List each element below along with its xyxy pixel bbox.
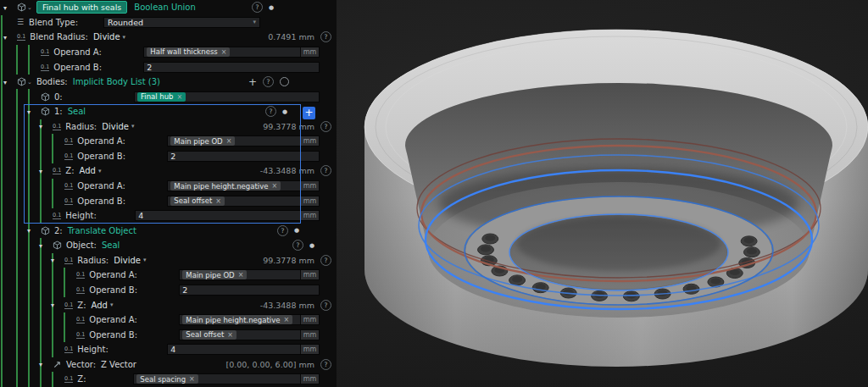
- variable-field[interactable]: Final hub×: [134, 91, 320, 102]
- variable-chip[interactable]: Seal spacing×: [136, 374, 198, 384]
- chip-remove-icon[interactable]: ×: [227, 331, 233, 339]
- collapse-triangle[interactable]: ▾: [47, 301, 58, 309]
- help-icon[interactable]: ?: [320, 121, 331, 132]
- variable-chip[interactable]: Seal offset×: [170, 196, 225, 206]
- text-field[interactable]: 2: [179, 285, 320, 296]
- collapse-triangle[interactable]: ▾: [24, 227, 34, 235]
- indent-guide: [40, 149, 42, 164]
- help-icon[interactable]: ?: [252, 2, 263, 13]
- chip-remove-icon[interactable]: ×: [226, 137, 232, 145]
- variable-field[interactable]: Main pipe OD×mm: [167, 135, 320, 147]
- variable-chip[interactable]: Seal offset×: [182, 330, 236, 340]
- param-row: 0.1Operand B:2: [0, 149, 337, 164]
- text-field[interactable]: 2: [143, 62, 320, 73]
- chevron-down-icon: ▾: [110, 301, 114, 308]
- help-icon[interactable]: ?: [320, 359, 331, 370]
- collapse-triangle[interactable]: ▾: [0, 3, 10, 11]
- field-label: Z:: [77, 301, 86, 310]
- scalar-icon: 0.1: [64, 137, 73, 145]
- field-label: 0:: [54, 92, 129, 102]
- node-link[interactable]: Implicit Body List (3): [73, 77, 160, 86]
- param-row: ☰Blend Type:Rounded▾: [0, 15, 337, 30]
- variable-field[interactable]: Seal spacing×mm: [133, 373, 320, 384]
- variable-field[interactable]: Half wall thickness×mm: [143, 47, 320, 58]
- indent-guide: [52, 268, 53, 283]
- visibility-dot-icon[interactable]: ●: [309, 242, 314, 249]
- variable-chip[interactable]: Main pipe OD×: [182, 270, 247, 279]
- scalar-icon: 0.1: [76, 286, 85, 294]
- chip-remove-icon[interactable]: ×: [176, 93, 182, 101]
- collapse-triangle[interactable]: ▾: [0, 78, 10, 86]
- node-link[interactable]: Boolean Union: [134, 3, 196, 12]
- add-item-icon[interactable]: +: [248, 78, 257, 86]
- visibility-dot-icon[interactable]: ●: [294, 227, 299, 234]
- help-icon[interactable]: ?: [320, 31, 331, 42]
- variable-field[interactable]: Main pipe height.negative×mm: [167, 180, 320, 191]
- chip-remove-icon[interactable]: ×: [271, 182, 277, 190]
- collapse-triangle[interactable]: ▾: [36, 361, 46, 368]
- help-icon[interactable]: ?: [320, 165, 331, 176]
- scalar-icon: 0.1: [17, 33, 25, 41]
- collapse-triangle[interactable]: ▾: [36, 241, 46, 249]
- variable-field[interactable]: Main pipe OD×mm: [179, 269, 320, 280]
- collapse-triangle[interactable]: ▾: [24, 108, 34, 115]
- param-row: 0.1Operand B:2: [0, 59, 337, 75]
- node-title-chip[interactable]: Final hub with seals: [36, 1, 127, 14]
- operation-dropdown[interactable]: Add▾: [80, 166, 102, 175]
- indent-guide: [16, 238, 18, 253]
- text-field[interactable]: 4mm: [167, 344, 320, 355]
- text-field[interactable]: 4mm: [135, 210, 320, 221]
- indent-guide: [16, 59, 18, 75]
- node-link[interactable]: Translate Object: [68, 226, 136, 235]
- field-label: Blend Type:: [29, 18, 98, 27]
- operation-dropdown[interactable]: Add▾: [92, 301, 114, 310]
- collapse-triangle[interactable]: ▾: [47, 257, 58, 264]
- node-link[interactable]: Seal: [102, 240, 120, 250]
- visibility-dot-icon[interactable]: ●: [282, 108, 287, 115]
- add-body-button[interactable]: +: [303, 107, 315, 119]
- help-icon[interactable]: ?: [292, 240, 303, 251]
- help-icon[interactable]: ?: [277, 225, 288, 236]
- variable-chip[interactable]: Main pipe height.negative×: [170, 181, 281, 191]
- chip-remove-icon[interactable]: ×: [221, 48, 227, 56]
- collapse-triangle[interactable]: ▾: [0, 33, 10, 41]
- variable-chip-label: Seal spacing: [140, 375, 186, 384]
- help-icon[interactable]: ?: [320, 255, 331, 266]
- blend-type-select[interactable]: Rounded▾: [103, 17, 260, 28]
- param-row: ▾⌄Final hub with sealsBoolean Union?●: [0, 0, 337, 15]
- help-icon[interactable]: ?: [263, 76, 274, 87]
- variable-field[interactable]: Main pipe height.negative×mm: [179, 314, 320, 325]
- collapse-triangle[interactable]: ▾: [36, 167, 46, 174]
- help-icon[interactable]: ?: [320, 300, 331, 311]
- variable-chip[interactable]: Main pipe OD×: [170, 136, 235, 146]
- operation-dropdown[interactable]: Divide▾: [102, 122, 134, 131]
- visibility-circle-icon[interactable]: [280, 77, 289, 86]
- chip-remove-icon[interactable]: ×: [238, 271, 244, 279]
- text-field-value: 4: [170, 345, 175, 354]
- indent-guide: [16, 327, 18, 342]
- collapse-triangle[interactable]: ▾: [36, 123, 46, 130]
- variable-chip[interactable]: Half wall thickness×: [147, 47, 230, 57]
- scalar-icon: 0.1: [64, 182, 73, 190]
- variable-field[interactable]: Seal offset×mm: [167, 196, 320, 207]
- operation-dropdown[interactable]: Divide▾: [114, 256, 146, 265]
- variable-field[interactable]: Seal offset×mm: [179, 329, 320, 340]
- node-link[interactable]: Seal: [68, 107, 86, 116]
- indent-guide: [1, 149, 3, 164]
- chevron-down-icon: ▾: [231, 19, 257, 25]
- chip-remove-icon[interactable]: ×: [215, 197, 221, 205]
- chip-remove-icon[interactable]: ×: [283, 316, 289, 323]
- operation-dropdown-label: Add: [92, 301, 108, 310]
- variable-chip[interactable]: Final hub×: [137, 92, 186, 102]
- indent-guide: [52, 134, 53, 149]
- variable-chip[interactable]: Main pipe height.negative×: [182, 315, 292, 324]
- visibility-dot-icon[interactable]: ●: [269, 4, 274, 11]
- indent-guide: [28, 268, 30, 283]
- cube-caret-icon: ⌄: [17, 3, 32, 12]
- operation-dropdown[interactable]: Divide▾: [93, 32, 125, 41]
- field-label: Blend Radius:: [30, 32, 88, 41]
- help-icon[interactable]: ?: [265, 106, 276, 117]
- unit-label: mm: [300, 196, 319, 206]
- chip-remove-icon[interactable]: ×: [189, 375, 195, 383]
- text-field[interactable]: 2: [167, 151, 320, 162]
